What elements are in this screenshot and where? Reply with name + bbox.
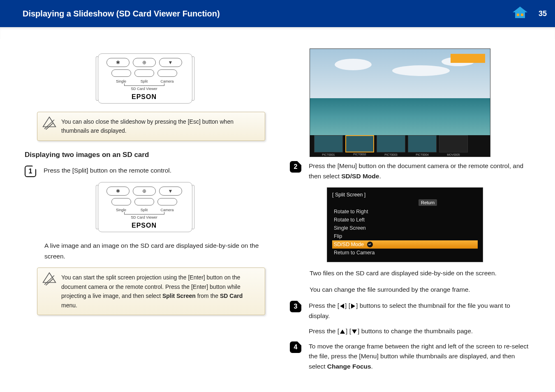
right-column: PICT0001 PICT0002 PICT0003 PICT0004 MOV0… [290, 48, 530, 380]
note-icon [42, 116, 56, 130]
single-label: Single [111, 79, 131, 83]
home-top-button[interactable]: TOP [510, 7, 530, 27]
step1-text: Press the [Split] button on the remote c… [44, 166, 265, 177]
freeze-button-icon: ✱ [106, 58, 130, 67]
split-button-icon [134, 198, 154, 205]
step-number-1: 1 [25, 166, 36, 177]
left-arrow-icon [340, 304, 344, 309]
thumb-3: PICT0003 [377, 135, 405, 152]
step2-text: Press the [Menu] button on the document … [309, 161, 530, 182]
thumb-5: MOV0005 [439, 135, 468, 152]
menu-item-return-camera: Return to Camera [332, 249, 478, 257]
page-header: Displaying a Slideshow (SD Card Viewer F… [0, 0, 555, 27]
sd-viewer-label: SD Card Viewer [102, 87, 187, 91]
down-button-icon: ▼ [159, 58, 182, 67]
svg-marker-3 [43, 273, 56, 283]
step-4: 4 To move the orange frame between the r… [290, 341, 530, 372]
menu-screenshot: [ Split Screen ] Return Rotate to Right … [327, 187, 483, 262]
after-menu-1: Two files on the SD card are displayed s… [310, 268, 530, 279]
note-box-2: You can start the split screen projectio… [37, 267, 265, 315]
menu-item-rotate-right: Rotate to Right [332, 208, 478, 216]
thumbnail-strip: PICT0001 PICT0002 PICT0003 PICT0004 MOV0… [314, 134, 486, 153]
page-title: Displaying a Slideshow (SD Card Viewer F… [23, 9, 220, 18]
thumb-1: PICT0001 [314, 135, 343, 152]
camera-button-icon [157, 69, 177, 77]
menu-item-single-screen: Single Screen [332, 224, 478, 232]
step4-text: To move the orange frame between the rig… [309, 341, 530, 372]
camera-label: Camera [157, 208, 177, 212]
left-column: ✱ ⊕ ▼ Single Split Camera SD Card Viewer… [25, 48, 265, 380]
zoom-plus-button-icon: ⊕ [133, 187, 156, 196]
up-arrow-icon [340, 330, 345, 334]
single-button-icon [111, 69, 131, 77]
brand-label: EPSON [102, 93, 187, 101]
menu-title: [ Split Screen ] [332, 192, 478, 198]
single-button-icon [111, 198, 131, 205]
thumb-4: PICT0004 [408, 135, 437, 152]
enter-icon: ↵ [367, 242, 373, 247]
down-arrow-icon [352, 330, 357, 334]
note1-text: You can also close the slideshow by pres… [61, 118, 234, 134]
step-number-3: 3 [290, 301, 301, 312]
display-screenshot: PICT0001 PICT0002 PICT0003 PICT0004 MOV0… [310, 48, 490, 157]
menu-return: Return [419, 199, 437, 206]
note2-c: from the [197, 293, 220, 299]
svg-line-4 [44, 276, 54, 285]
sd-viewer-label: SD Card Viewer [102, 215, 187, 219]
menu-item-flip: Flip [332, 232, 478, 240]
step-number-2: 2 [290, 161, 301, 173]
single-label: Single [111, 208, 131, 212]
zoom-plus-button-icon: ⊕ [133, 58, 156, 67]
step-3: 3 Press the [] [] buttons to select the … [290, 301, 530, 336]
step-1: 1 Press the [Split] button on the remote… [25, 166, 265, 177]
right-arrow-icon [351, 304, 355, 309]
thumb-2-active: PICT0002 [345, 135, 374, 152]
note2-d: SD Card [220, 293, 243, 299]
step3-text: Press the [] [] buttons to select the th… [309, 301, 530, 336]
header-right: TOP 35 [510, 7, 547, 21]
note2-b: Split Screen [162, 293, 196, 299]
content-area: ✱ ⊕ ▼ Single Split Camera SD Card Viewer… [0, 41, 555, 392]
svg-line-1 [44, 120, 54, 129]
menu-item-sd-sd-mode: SD/SD Mode↵ [332, 240, 478, 249]
remote-illustration-2: ✱ ⊕ ▼ Single Split Camera SD Card Viewer… [25, 182, 265, 232]
top-label: TOP [510, 18, 530, 23]
page-number: 35 [539, 9, 547, 18]
svg-marker-0 [43, 117, 56, 127]
split-button-icon [134, 69, 154, 77]
subheading: Displaying two images on an SD card [25, 151, 265, 159]
freeze-button-icon: ✱ [106, 187, 130, 196]
split-label: Split [134, 208, 154, 212]
split-label: Split [134, 79, 154, 83]
note2-e: menu. [61, 302, 77, 309]
menu-item-rotate-left: Rotate to Left [332, 216, 478, 224]
step-number-4: 4 [290, 341, 301, 353]
note-box-1: You can also close the slideshow by pres… [37, 112, 265, 141]
after-step1-text: A live image and an image on the SD card… [44, 240, 265, 262]
brand-label: EPSON [102, 222, 187, 229]
remote-illustration-1: ✱ ⊕ ▼ Single Split Camera SD Card Viewer… [25, 53, 265, 104]
note-icon [42, 272, 56, 286]
down-button-icon: ▼ [159, 187, 182, 196]
camera-label: Camera [157, 79, 177, 83]
after-menu-2: You can change the file surrounded by th… [310, 284, 530, 295]
camera-button-icon [157, 198, 177, 205]
step-2: 2 Press the [Menu] button on the documen… [290, 161, 530, 182]
orange-selection-box [451, 54, 485, 63]
